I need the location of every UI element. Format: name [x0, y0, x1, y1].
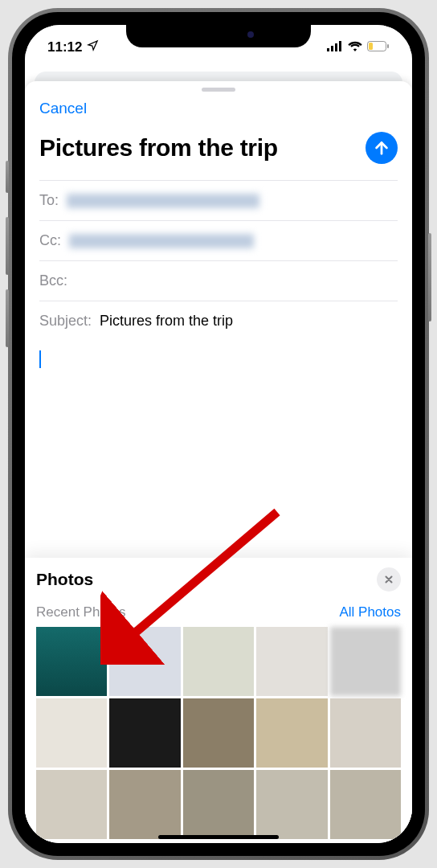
cc-label: Cc: — [39, 232, 61, 249]
battery-icon — [367, 39, 390, 55]
cc-field[interactable]: Cc: — [39, 220, 398, 260]
svg-rect-6 — [387, 44, 389, 48]
photos-panel: Photos Recent Photos All Photos — [25, 558, 412, 843]
home-indicator[interactable] — [158, 835, 279, 839]
photo-thumb[interactable] — [330, 627, 401, 696]
photo-thumb[interactable] — [330, 698, 401, 768]
wifi-icon — [348, 39, 362, 55]
to-label: To: — [39, 192, 59, 209]
subject-input[interactable] — [100, 313, 398, 330]
photo-thumb[interactable] — [109, 627, 180, 696]
svg-rect-3 — [339, 41, 341, 51]
to-value-redacted — [67, 194, 259, 208]
to-field[interactable]: To: — [39, 180, 398, 220]
subject-field[interactable]: Subject: — [39, 301, 398, 341]
location-icon — [87, 39, 99, 55]
all-photos-button[interactable]: All Photos — [339, 604, 401, 620]
svg-rect-5 — [369, 43, 373, 50]
photo-thumb[interactable] — [256, 698, 327, 768]
photo-thumb[interactable] — [330, 770, 401, 839]
photo-thumb[interactable] — [109, 698, 180, 768]
photo-thumb[interactable] — [256, 770, 327, 839]
photo-thumb[interactable] — [36, 698, 107, 768]
svg-rect-1 — [331, 46, 333, 51]
cellular-icon — [327, 39, 343, 55]
message-body[interactable] — [39, 341, 398, 381]
subject-label: Subject: — [39, 313, 92, 330]
photos-title: Photos — [36, 570, 93, 589]
photo-thumb[interactable] — [183, 698, 254, 768]
photo-thumb[interactable] — [256, 627, 327, 696]
photo-thumb[interactable] — [183, 627, 254, 696]
close-photos-button[interactable] — [377, 567, 401, 592]
text-cursor — [39, 350, 41, 368]
compose-title: Pictures from the trip — [39, 134, 278, 162]
recent-photos-label: Recent Photos — [36, 604, 126, 620]
cc-value-redacted — [69, 234, 254, 248]
photo-thumb[interactable] — [36, 770, 107, 839]
photo-grid — [36, 627, 401, 839]
photo-thumb[interactable] — [183, 770, 254, 839]
photo-thumb[interactable] — [36, 627, 107, 696]
status-time: 11:12 — [47, 39, 82, 55]
bcc-field[interactable]: Bcc: — [39, 260, 398, 301]
arrow-up-icon — [373, 139, 390, 157]
cancel-button[interactable]: Cancel — [39, 100, 87, 117]
svg-rect-0 — [327, 48, 329, 51]
bcc-input[interactable] — [76, 272, 398, 289]
bcc-label: Bcc: — [39, 272, 67, 289]
send-button[interactable] — [366, 132, 398, 164]
svg-rect-2 — [335, 43, 337, 51]
close-icon — [383, 574, 394, 585]
compose-sheet: Cancel Pictures from the trip To: Cc: — [25, 81, 412, 843]
photo-thumb[interactable] — [109, 770, 180, 839]
